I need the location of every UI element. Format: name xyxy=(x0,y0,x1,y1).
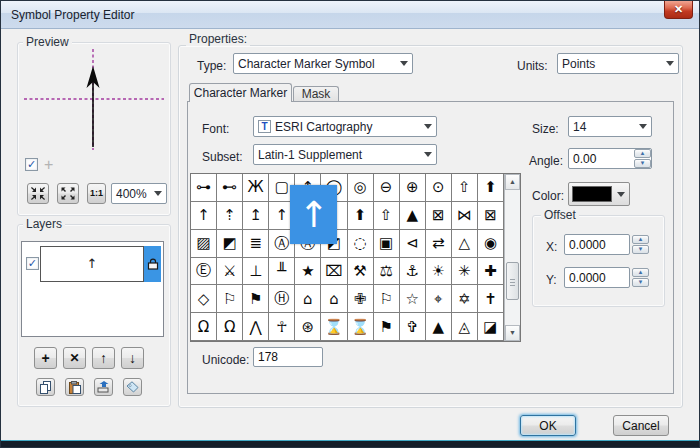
char-cell[interactable]: ⇧ xyxy=(374,202,400,230)
char-cell[interactable]: ⬆ xyxy=(348,202,374,230)
char-cell[interactable]: ◩ xyxy=(217,230,243,258)
layer-symbol-thumbnail[interactable]: ↑ xyxy=(40,246,144,282)
char-cell[interactable]: ⌛ xyxy=(348,313,374,341)
export-layer-button[interactable] xyxy=(94,378,113,396)
char-cell[interactable]: ◌ xyxy=(348,230,374,258)
zoom-full-extent-button[interactable] xyxy=(57,183,79,204)
char-cell[interactable]: ⚐ xyxy=(374,285,400,313)
grid-scrollbar[interactable]: ▲ ▼ xyxy=(504,174,520,341)
char-cell[interactable]: ⊷ xyxy=(217,174,243,202)
unicode-input[interactable] xyxy=(253,347,323,367)
char-cell[interactable]: ⊲ xyxy=(400,230,426,258)
move-layer-up-button[interactable]: ↑ xyxy=(92,347,115,369)
close-button[interactable]: ✕ xyxy=(664,1,693,19)
char-cell[interactable]: Ω xyxy=(191,313,217,341)
char-cell[interactable]: ↑ xyxy=(191,202,217,230)
angle-spinner[interactable]: ▲ ▼ xyxy=(634,149,651,168)
type-dropdown[interactable]: Character Marker Symbol xyxy=(233,53,413,74)
char-cell[interactable]: ◬ xyxy=(452,313,478,341)
char-cell[interactable]: ◎ xyxy=(348,174,374,202)
layer-visibility-checkbox[interactable]: ✓ xyxy=(26,257,39,270)
char-cell[interactable]: ⌂ xyxy=(295,285,321,313)
char-cell[interactable]: ↥ xyxy=(243,202,269,230)
char-cell[interactable]: ⊠ xyxy=(478,202,504,230)
char-cell[interactable]: ⇧ xyxy=(452,174,478,202)
char-cell[interactable]: ⌛ xyxy=(321,313,347,341)
zoom-one-to-one-button[interactable]: 1:1 xyxy=(87,183,106,204)
char-cell[interactable]: ≣ xyxy=(243,230,269,258)
char-cell[interactable]: ╨ xyxy=(269,258,295,286)
title-bar[interactable]: Symbol Property Editor ✕ xyxy=(1,1,699,29)
paste-layer-button[interactable] xyxy=(65,378,84,396)
char-cell[interactable]: ⋀ xyxy=(243,313,269,341)
spin-down-button[interactable]: ▼ xyxy=(634,159,651,168)
char-cell[interactable]: ▲ xyxy=(400,202,426,230)
ok-button[interactable]: OK xyxy=(520,415,576,436)
size-dropdown[interactable]: 14 xyxy=(568,116,652,137)
spin-up-button[interactable]: ▲ xyxy=(632,235,649,244)
char-cell[interactable]: ⊶ xyxy=(191,174,217,202)
char-cell[interactable]: ⚓ xyxy=(400,258,426,286)
char-cell[interactable]: Ⓗ xyxy=(269,285,295,313)
char-cell[interactable]: △ xyxy=(452,230,478,258)
add-layer-button[interactable]: + xyxy=(34,347,57,369)
char-cell[interactable]: ★ xyxy=(295,258,321,286)
char-cell[interactable]: ⊥ xyxy=(243,258,269,286)
char-cell[interactable]: Ⓔ xyxy=(191,258,217,286)
char-cell[interactable]: ✙ xyxy=(348,285,374,313)
offset-y-spinner[interactable]: ▲ ▼ xyxy=(632,268,649,287)
char-cell[interactable]: ⚔ xyxy=(217,258,243,286)
spin-up-button[interactable]: ▲ xyxy=(634,149,651,158)
char-cell[interactable]: ⚒ xyxy=(348,258,374,286)
color-picker-button[interactable] xyxy=(568,182,630,206)
layer-row[interactable]: ✓ ↑ xyxy=(24,245,161,282)
char-cell[interactable]: ⌂ xyxy=(321,285,347,313)
delete-layer-button[interactable]: ✕ xyxy=(63,347,86,369)
char-cell[interactable]: ⚑ xyxy=(243,285,269,313)
char-cell[interactable]: ⊙ xyxy=(426,174,452,202)
char-cell[interactable]: ⌧ xyxy=(321,258,347,286)
char-cell[interactable]: ☀ xyxy=(426,258,452,286)
char-cell[interactable]: ⋈ xyxy=(452,202,478,230)
char-cell[interactable]: ⊛ xyxy=(295,313,321,341)
zoom-level-dropdown[interactable]: 400% xyxy=(111,183,167,204)
char-cell[interactable]: ⇄ xyxy=(426,230,452,258)
spin-down-button[interactable]: ▼ xyxy=(632,278,649,287)
preview-overlay-checkbox[interactable]: ✓ xyxy=(25,158,38,171)
char-cell[interactable]: ▨ xyxy=(191,230,217,258)
char-cell[interactable]: ⊖ xyxy=(374,174,400,202)
copy-layer-button[interactable] xyxy=(36,378,55,396)
char-cell[interactable]: Ω xyxy=(217,313,243,341)
char-cell[interactable]: ◉ xyxy=(478,230,504,258)
char-cell[interactable]: ▣ xyxy=(374,230,400,258)
char-cell[interactable]: ⚐ xyxy=(217,285,243,313)
char-cell[interactable]: Ж xyxy=(243,174,269,202)
char-cell[interactable]: ⬆ xyxy=(478,174,504,202)
spin-down-button[interactable]: ▼ xyxy=(632,245,649,254)
char-cell[interactable]: ☆ xyxy=(400,285,426,313)
cancel-button[interactable]: Cancel xyxy=(613,415,669,436)
properties-tag-button[interactable] xyxy=(123,378,142,396)
char-cell[interactable]: ✚ xyxy=(478,258,504,286)
scrollbar-thumb[interactable] xyxy=(506,262,519,300)
tab-character-marker[interactable]: Character Marker xyxy=(189,83,292,102)
layer-lock-cell[interactable] xyxy=(144,246,161,282)
char-cell[interactable]: ⇡ xyxy=(217,202,243,230)
char-cell[interactable]: ⊕ xyxy=(400,174,426,202)
scroll-down-button[interactable]: ▼ xyxy=(505,325,520,341)
char-cell[interactable]: ⚑ xyxy=(374,313,400,341)
char-cell[interactable]: ✡ xyxy=(452,285,478,313)
scroll-up-button[interactable]: ▲ xyxy=(505,174,520,190)
offset-x-input[interactable] xyxy=(564,234,630,255)
units-dropdown[interactable]: Points xyxy=(557,53,679,74)
char-cell[interactable]: ⚖ xyxy=(374,258,400,286)
char-cell[interactable]: ✞ xyxy=(400,313,426,341)
char-cell[interactable]: ▲ xyxy=(426,313,452,341)
subset-dropdown[interactable]: Latin-1 Supplement xyxy=(253,144,437,165)
move-layer-down-button[interactable]: ↓ xyxy=(121,347,144,369)
char-cell[interactable]: ⌖ xyxy=(426,285,452,313)
offset-x-spinner[interactable]: ▲ ▼ xyxy=(632,235,649,254)
char-cell[interactable]: ☥ xyxy=(269,313,295,341)
layers-list[interactable]: ✓ ↑ xyxy=(21,241,164,337)
char-cell[interactable]: ⊠ xyxy=(426,202,452,230)
